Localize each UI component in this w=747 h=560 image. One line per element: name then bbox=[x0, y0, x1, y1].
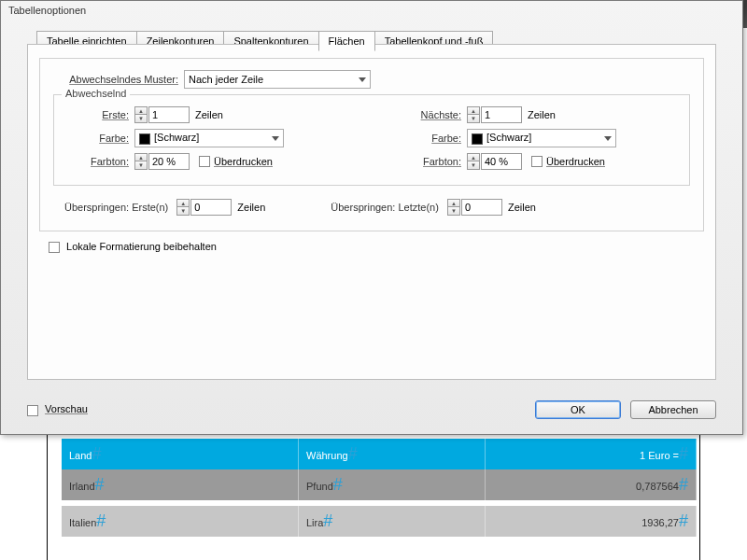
first-tint-label: Farbton: bbox=[67, 156, 134, 167]
first-color-label: Farbe: bbox=[67, 133, 134, 144]
alternating-group-label: Abwechselnd bbox=[62, 88, 130, 99]
next-rows-input[interactable] bbox=[481, 106, 522, 123]
first-tint-input[interactable] bbox=[148, 153, 190, 170]
preview-checkbox[interactable] bbox=[27, 405, 38, 416]
background-table: Land# Währung# 1 Euro =# Irland# Pfund# … bbox=[62, 439, 697, 542]
first-overprint-label: Überdrucken bbox=[214, 156, 273, 167]
swatch-icon bbox=[139, 133, 150, 145]
ok-button[interactable]: OK bbox=[535, 400, 621, 419]
tab-fills[interactable]: Flächen bbox=[318, 31, 375, 51]
next-unit: Zeilen bbox=[528, 109, 556, 120]
pattern-select[interactable]: Nach jeder Zeile bbox=[184, 70, 371, 89]
skip-last-unit: Zeilen bbox=[508, 202, 536, 213]
first-rows-input[interactable] bbox=[148, 106, 190, 123]
first-unit: Zeilen bbox=[195, 109, 223, 120]
cancel-button[interactable]: Abbrechen bbox=[630, 400, 716, 419]
chevron-down-icon bbox=[604, 136, 612, 141]
pattern-label: Abwechselndes Muster: bbox=[53, 74, 184, 85]
first-color-select[interactable]: [Schwarz] bbox=[134, 129, 284, 147]
next-overprint-checkbox[interactable] bbox=[531, 156, 543, 167]
skip-first-input[interactable] bbox=[190, 199, 232, 216]
next-color-label: Farbe: bbox=[400, 133, 467, 144]
dialog-title: Tabellenoptionen bbox=[1, 1, 742, 20]
preserve-checkbox[interactable] bbox=[49, 242, 60, 253]
skip-first-unit: Zeilen bbox=[237, 202, 265, 213]
first-overprint-checkbox[interactable] bbox=[199, 156, 210, 167]
skip-last-label: Überspringen: Letzte(n) bbox=[331, 202, 444, 213]
preview-label: Vorschau bbox=[45, 403, 88, 414]
next-label: Nächste: bbox=[400, 109, 467, 120]
table-options-dialog: Tabellenoptionen Tabelle einrichten Zeil… bbox=[0, 0, 743, 435]
first-tint-stepper[interactable]: ▲▼ bbox=[134, 153, 190, 170]
next-rows-stepper[interactable]: ▲▼ bbox=[467, 106, 522, 123]
next-tint-input[interactable] bbox=[481, 153, 522, 170]
first-label: Erste: bbox=[67, 109, 134, 120]
skip-first-stepper[interactable]: ▲▼ bbox=[176, 199, 232, 216]
skip-last-stepper[interactable]: ▲▼ bbox=[447, 199, 502, 216]
swatch-icon bbox=[472, 133, 483, 145]
chevron-down-icon bbox=[272, 136, 279, 141]
next-tint-stepper[interactable]: ▲▼ bbox=[467, 153, 522, 170]
next-color-select[interactable]: [Schwarz] bbox=[467, 129, 616, 147]
chevron-down-icon bbox=[359, 77, 366, 82]
next-tint-label: Farbton: bbox=[400, 156, 467, 167]
next-overprint-label: Überdrucken bbox=[546, 156, 605, 167]
preserve-label: Lokale Formatierung beibehalten bbox=[66, 241, 217, 252]
skip-first-label: Überspringen: Erste(n) bbox=[64, 202, 174, 213]
skip-last-input[interactable] bbox=[461, 199, 502, 216]
first-rows-stepper[interactable]: ▲▼ bbox=[134, 106, 190, 123]
